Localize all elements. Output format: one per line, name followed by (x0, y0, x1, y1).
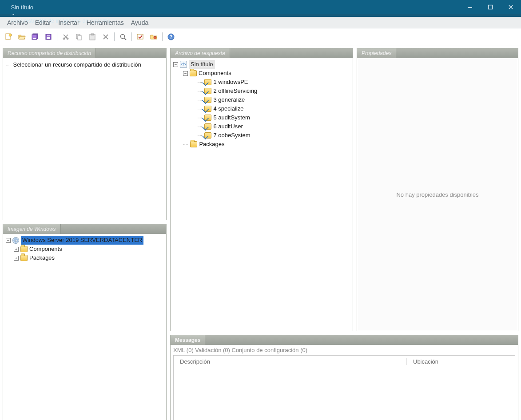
pass-icon (204, 88, 211, 94)
menu-ayuda[interactable]: Ayuda (127, 18, 152, 27)
svg-point-3 (9, 34, 12, 36)
tree-dotline-icon: ···· (197, 131, 202, 140)
toolbar-copy[interactable] (73, 31, 85, 43)
toolbar-open[interactable] (16, 31, 28, 43)
minimize-button[interactable] (460, 0, 480, 14)
panel-messages-tab[interactable]: Messages (171, 335, 205, 345)
maximize-button[interactable] (480, 0, 501, 14)
pass-item[interactable]: ····1 windowsPE (173, 78, 350, 87)
xml-doc-icon: </> (180, 61, 187, 68)
toolbar-new-answer-file[interactable] (3, 31, 14, 43)
menu-insertar[interactable]: Insertar (55, 18, 83, 27)
messages-col-description[interactable]: Descripción (174, 358, 407, 365)
messages-subtabs[interactable]: XML (0) Validación (0) Conjunto de confi… (171, 345, 518, 354)
pass-label: 1 windowsPE (213, 78, 248, 87)
workspace: Recurso compartido de distribución ···· … (0, 45, 521, 420)
svg-point-18 (154, 36, 156, 39)
collapse-icon[interactable]: − (6, 238, 11, 243)
scissors-icon (62, 33, 70, 41)
folder-open-icon (18, 33, 26, 41)
close-button[interactable] (501, 0, 521, 14)
tree-item-components[interactable]: + Components (6, 245, 163, 254)
folder-icon (190, 70, 197, 76)
menu-archivo[interactable]: Archivo (4, 18, 32, 27)
tree-dotline-icon: ···· (183, 140, 187, 149)
folder-gear-icon (150, 33, 158, 41)
collapse-icon[interactable]: − (173, 62, 178, 67)
panel-distribution: Recurso compartido de distribución ···· … (3, 48, 167, 220)
tree-dotline-icon: ···· (197, 122, 202, 131)
delete-x-icon (102, 33, 110, 41)
windows-image-root-label: Windows Server 2019 SERVERDATACENTER (21, 236, 143, 245)
pass-label: 4 specialize (213, 104, 243, 113)
svg-point-16 (121, 34, 125, 38)
expand-icon[interactable]: + (14, 256, 19, 261)
tree-dotline-icon: ···· (6, 61, 10, 68)
toolbar-save[interactable] (43, 31, 54, 43)
answer-root-row[interactable]: − </> Sin título (173, 60, 350, 69)
messages-col-location[interactable]: Ubicación (407, 358, 515, 365)
pass-icon (204, 97, 211, 103)
answer-components-row[interactable]: − Components (173, 69, 350, 78)
toolbar-separator (162, 32, 163, 41)
pass-label: 5 auditSystem (213, 113, 250, 122)
panel-windows-image-tab[interactable]: Imagen de Windows (3, 224, 61, 234)
panel-answer-file-tab[interactable]: Archivo de respuesta (171, 48, 230, 58)
collapse-icon[interactable]: − (183, 71, 188, 76)
answer-packages-row[interactable]: ···· Packages (173, 140, 350, 149)
panel-properties-header: Propiedades (357, 48, 518, 58)
distribution-placeholder-row[interactable]: ···· Seleccionar un recurso compartido d… (6, 60, 163, 69)
toolbar-separator (57, 32, 57, 41)
pass-item[interactable]: ····6 auditUser (173, 122, 350, 131)
svg-rect-6 (33, 38, 36, 39)
pass-item[interactable]: ····5 auditSystem (173, 113, 350, 122)
toolbar-delete[interactable] (100, 31, 111, 43)
toolbar-save-all[interactable] (29, 31, 41, 43)
panel-windows-image-header: Imagen de Windows (3, 224, 166, 234)
panel-distribution-tab[interactable]: Recurso compartido de distribución (3, 48, 96, 58)
toolbar-validate[interactable] (135, 31, 146, 43)
expand-icon[interactable]: + (14, 247, 19, 252)
pass-icon (204, 132, 211, 139)
tree-dotline-icon: ···· (197, 113, 202, 122)
panel-answer-file: Archivo de respuesta − </> Sin título − … (170, 48, 353, 331)
panel-answer-file-header: Archivo de respuesta (171, 48, 353, 58)
pass-item[interactable]: ····7 oobeSystem (173, 131, 350, 140)
properties-empty-text: No hay propiedades disponibles (396, 191, 478, 198)
answer-packages-label: Packages (199, 140, 224, 149)
tree-dotline-icon: ···· (197, 95, 202, 104)
help-icon: ? (167, 33, 175, 41)
pass-label: 3 generalize (213, 95, 245, 104)
pass-item[interactable]: ····4 specialize (173, 104, 350, 113)
pass-icon (204, 106, 211, 112)
toolbar-config-set[interactable] (148, 31, 159, 43)
doc-name: Sin título (11, 4, 33, 11)
pass-item[interactable]: ····3 generalize (173, 95, 350, 104)
svg-rect-8 (47, 37, 50, 39)
panel-distribution-body[interactable]: ···· Seleccionar un recurso compartido d… (3, 58, 166, 220)
toolbar-cut[interactable] (60, 31, 72, 43)
tree-root-row[interactable]: − Windows Server 2019 SERVERDATACENTER (6, 236, 163, 245)
svg-text:?: ? (170, 35, 172, 40)
menu-herramientas[interactable]: Herramientas (83, 18, 127, 27)
svg-rect-9 (47, 35, 50, 36)
tree-item-packages[interactable]: + Packages (6, 254, 163, 262)
pass-label: 6 auditUser (213, 122, 243, 131)
toolbar-paste[interactable] (87, 31, 98, 43)
panel-messages: Messages XML (0) Validación (0) Conjunto… (170, 335, 518, 420)
save-icon (44, 33, 52, 41)
panel-properties: Propiedades No hay propiedades disponibl… (357, 48, 518, 331)
toolbar-find[interactable] (117, 31, 129, 43)
pass-label: 7 oobeSystem (213, 131, 250, 140)
panel-windows-image-body[interactable]: − Windows Server 2019 SERVERDATACENTER +… (3, 234, 166, 420)
toolbar-help[interactable]: ? (165, 31, 177, 43)
menu-editar[interactable]: Editar (32, 18, 55, 27)
search-icon (119, 33, 127, 41)
answer-file-tree: − </> Sin título − Components ····1 wind… (173, 60, 350, 149)
panel-messages-header: Messages (171, 335, 518, 345)
panel-properties-tab[interactable]: Propiedades (357, 48, 396, 58)
pass-item[interactable]: ····2 offlineServicing (173, 87, 350, 95)
validate-check-icon (136, 33, 144, 41)
panel-answer-file-body[interactable]: − </> Sin título − Components ····1 wind… (171, 58, 353, 331)
tree-dotline-icon: ···· (197, 87, 202, 95)
